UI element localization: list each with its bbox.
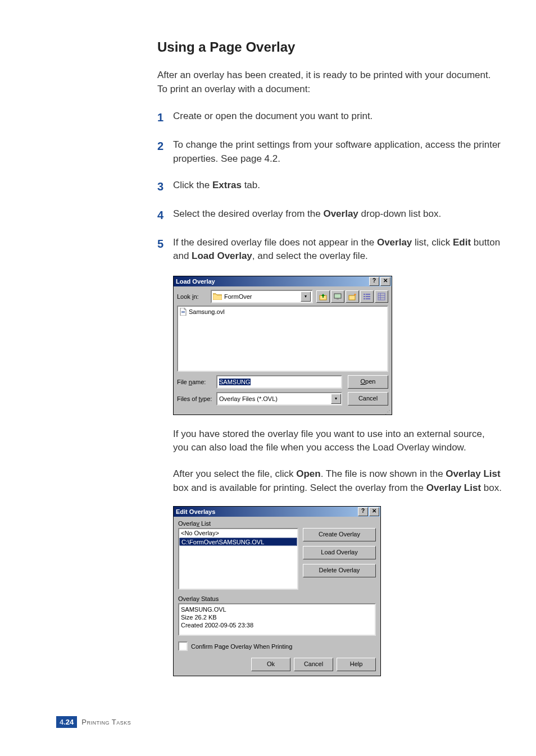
- step-1-text: Create or open the document you want to …: [173, 110, 502, 126]
- step-number-1: 1: [157, 110, 173, 126]
- svg-rect-9: [366, 296, 370, 297]
- svg-rect-15: [181, 311, 185, 312]
- up-one-level-icon[interactable]: [316, 290, 330, 303]
- file-type-label: Files of type:: [177, 395, 216, 402]
- step-5-text: If the desired overlay file does not app…: [173, 236, 502, 263]
- list-item[interactable]: Samsung.ovl: [179, 308, 386, 316]
- file-name: Samsung.ovl: [189, 308, 225, 315]
- step-3-text: Click the Extras tab.: [173, 179, 502, 195]
- load-overlay-dialog: Load Overlay ? ✕ Look in: FormOver: [173, 276, 392, 415]
- overlay-list-label: Overlay List: [178, 520, 376, 527]
- help-button[interactable]: Help: [337, 658, 376, 671]
- folder-icon: [213, 293, 222, 300]
- document-icon: [179, 308, 187, 316]
- chevron-down-icon[interactable]: [301, 292, 311, 302]
- svg-rect-16: [181, 312, 185, 313]
- list-item[interactable]: C:\FormOver\SAMSUNG.OVL: [179, 538, 297, 546]
- file-name-input[interactable]: SAMSUNG: [216, 375, 342, 389]
- look-in-label: Look in:: [177, 293, 211, 300]
- list-view-icon[interactable]: [360, 290, 374, 303]
- overlay-status-box: SAMSUNG.OVL Size 26.2 KB Created 2002-09…: [178, 603, 376, 636]
- step-2-text: To change the print settings from your s…: [173, 138, 502, 166]
- help-button[interactable]: ?: [358, 507, 368, 516]
- cancel-button[interactable]: Cancel: [294, 658, 333, 671]
- page-number: 4.24: [56, 716, 77, 728]
- desktop-icon[interactable]: [331, 290, 344, 303]
- list-item[interactable]: <No Overlay>: [179, 529, 297, 538]
- step-4-text: Select the desired overlay from the Over…: [173, 207, 502, 224]
- dialog-title: Load Overlay: [176, 278, 368, 285]
- confirm-overlay-label: Confirm Page Overlay When Printing: [191, 643, 292, 650]
- ok-button[interactable]: Ok: [251, 658, 290, 671]
- dialog-titlebar[interactable]: Load Overlay ? ✕: [174, 276, 392, 286]
- close-button[interactable]: ✕: [369, 507, 379, 516]
- overlay-list[interactable]: <No Overlay> C:\FormOver\SAMSUNG.OVL: [178, 528, 298, 590]
- file-type-combo[interactable]: Overlay Files (*.OVL): [216, 392, 342, 406]
- svg-rect-1: [334, 294, 341, 298]
- details-view-icon[interactable]: [375, 290, 388, 303]
- cancel-button[interactable]: Cancel: [348, 392, 388, 406]
- create-overlay-button[interactable]: Create Overlay: [303, 528, 376, 541]
- chevron-down-icon[interactable]: [331, 394, 341, 404]
- resize-grip-icon[interactable]: ⋰: [174, 410, 392, 415]
- help-button[interactable]: ?: [369, 277, 379, 286]
- delete-overlay-button[interactable]: Delete Overlay: [303, 564, 376, 577]
- step-number-5: 5: [157, 236, 173, 263]
- svg-rect-8: [366, 294, 370, 295]
- edit-overlays-dialog: Edit Overlays ? ✕ Overlay List <No Overl…: [173, 506, 381, 676]
- svg-rect-10: [366, 298, 370, 299]
- svg-rect-2: [337, 298, 339, 299]
- page-heading: Using a Page Overlay: [157, 39, 502, 55]
- step-number-3: 3: [157, 179, 173, 195]
- step-number-2: 2: [157, 138, 173, 166]
- dialog-title: Edit Overlays: [176, 508, 357, 515]
- new-folder-icon[interactable]: ✦: [346, 290, 359, 303]
- overlay-status-label: Overlay Status: [178, 595, 376, 602]
- page-footer: 4.24 Printing Tasks: [56, 716, 131, 728]
- svg-rect-6: [364, 296, 365, 297]
- paragraph: After you select the file, click Open. T…: [173, 467, 502, 495]
- step-number-4: 4: [157, 207, 173, 224]
- folder-name: FormOver: [224, 293, 252, 300]
- section-name: Printing Tasks: [81, 718, 131, 726]
- paragraph: If you have stored the overlay file you …: [173, 427, 502, 455]
- file-name-label: File name:: [177, 379, 216, 385]
- svg-rect-11: [378, 293, 385, 300]
- open-button[interactable]: Open: [348, 375, 388, 389]
- dialog-titlebar[interactable]: Edit Overlays ? ✕: [174, 507, 380, 517]
- intro-text: After an overlay has been created, it is…: [157, 69, 502, 96]
- svg-rect-5: [364, 294, 365, 295]
- confirm-overlay-checkbox[interactable]: [178, 641, 188, 651]
- look-in-combo[interactable]: FormOver: [211, 290, 313, 303]
- close-button[interactable]: ✕: [380, 277, 390, 286]
- svg-text:✦: ✦: [353, 293, 356, 297]
- svg-rect-7: [364, 298, 365, 299]
- load-overlay-button[interactable]: Load Overlay: [303, 546, 376, 559]
- file-list[interactable]: Samsung.ovl: [177, 306, 388, 372]
